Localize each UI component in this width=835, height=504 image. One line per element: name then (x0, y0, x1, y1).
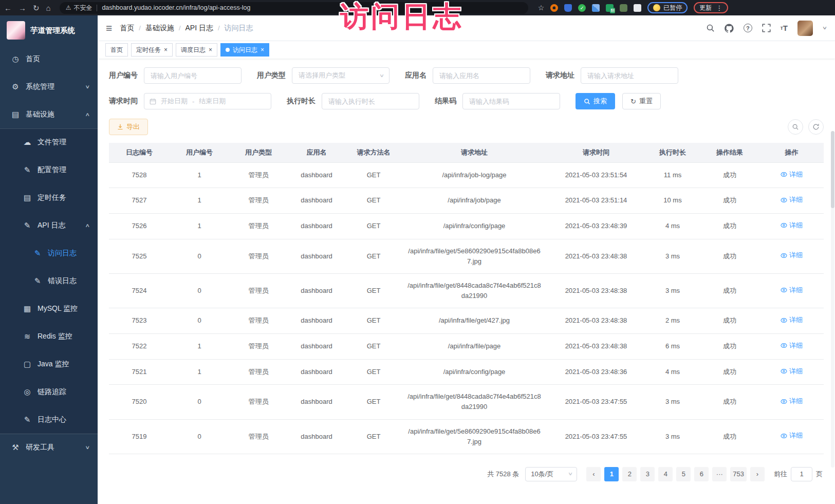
sidebar-logo[interactable]: 芋道管理系统 (0, 15, 98, 45)
sidebar-item-mysql[interactable]: ▦MySQL 监控 (0, 295, 98, 323)
browser-forward-icon[interactable]: → (18, 4, 26, 12)
detail-link[interactable]: 详细 (781, 220, 803, 231)
export-button[interactable]: 导出 (109, 119, 148, 135)
duration-input[interactable] (322, 93, 419, 109)
fullscreen-icon[interactable] (762, 24, 771, 32)
extension-shield-icon[interactable] (564, 4, 572, 12)
sidebar-item-trace[interactable]: ◎链路追踪 (0, 378, 98, 406)
search-button[interactable]: 搜索 (576, 93, 615, 109)
detail-link[interactable]: 详细 (781, 315, 803, 325)
extension-leaf-icon[interactable] (620, 4, 627, 12)
close-tab-icon[interactable]: × (164, 47, 168, 53)
goto-page-input[interactable] (791, 467, 812, 481)
collapse-sidebar-icon[interactable]: ≡ (106, 22, 112, 34)
sidebar-item-redis[interactable]: ≋Redis 监控 (0, 323, 98, 350)
sidebar-item-devtools[interactable]: ⚒研发工具∨ (0, 434, 98, 461)
detail-link[interactable]: 详细 (781, 366, 803, 377)
scrollbar-thumb[interactable] (831, 131, 834, 208)
detail-link[interactable]: 详细 (781, 170, 803, 180)
scrollbar-track[interactable] (831, 131, 834, 468)
close-tab-icon[interactable]: × (209, 47, 212, 53)
tab-label: 调度日志 (181, 46, 206, 54)
next-page-button[interactable]: › (750, 467, 765, 481)
chevron-down-icon[interactable]: ∨ (822, 26, 827, 31)
sidebar-item-label: Redis 监控 (38, 332, 72, 341)
cell-id: 7523 (109, 308, 170, 334)
result-code-input[interactable] (462, 93, 560, 109)
breadcrumb-item[interactable]: 基础设施 (145, 24, 174, 33)
extension-translate-icon[interactable]: 翻 (606, 4, 614, 12)
browser-menu-icon[interactable]: ⋮ (716, 4, 722, 12)
cell-actions: 详细 (759, 419, 824, 454)
page-button-2[interactable]: 2 (622, 467, 637, 481)
date-range-picker[interactable]: 开始日期 - 结束日期 (144, 93, 271, 109)
refresh-table-button[interactable] (808, 119, 824, 135)
detail-link[interactable]: 详细 (781, 341, 803, 351)
sidebar-item-config[interactable]: ✎配置管理 (0, 156, 98, 184)
help-icon[interactable]: ? (744, 24, 752, 32)
tab-定时任务[interactable]: 定时任务× (131, 43, 173, 57)
cell-user-id: 0 (170, 273, 229, 308)
page-button-4[interactable]: 4 (658, 467, 673, 481)
browser-reload-icon[interactable]: ↻ (33, 4, 40, 12)
sidebar-item-error-log[interactable]: ✎错误日志 (0, 267, 98, 295)
detail-link-label: 详细 (789, 366, 803, 377)
extensions-puzzle-icon[interactable] (634, 4, 641, 12)
font-size-icon[interactable]: тT (781, 24, 788, 32)
page-button-6[interactable]: 6 (694, 467, 709, 481)
reset-button[interactable]: ↻ 重置 (622, 93, 661, 109)
sidebar-item-file[interactable]: ☁文件管理 (0, 128, 98, 156)
sidebar-menu: ◷首页⚙系统管理∨▤基础设施∧☁文件管理✎配置管理▤定时任务✎API 日志∧✎访… (0, 45, 98, 461)
toggle-search-button[interactable] (788, 119, 803, 135)
extension-orange-icon[interactable] (550, 4, 558, 12)
breadcrumb-separator: / (179, 24, 181, 32)
github-icon[interactable] (725, 24, 734, 33)
request-url-input[interactable] (581, 67, 678, 84)
page-button-1[interactable]: 1 (604, 467, 619, 481)
profile-paused-pill[interactable]: 已暂停 (647, 2, 688, 13)
user-type-select[interactable]: 请选择用户类型 ∨ (292, 67, 389, 84)
cell-url: /api/infra/file/get/8448cada8c7f4e4ab6f5… (402, 385, 547, 419)
detail-link[interactable]: 详细 (781, 396, 803, 406)
browser-update-button[interactable]: 更新 ⋮ (694, 2, 728, 13)
detail-link[interactable]: 详细 (781, 195, 803, 205)
detail-link-label: 详细 (789, 220, 803, 231)
user-avatar[interactable] (797, 21, 813, 36)
tab-首页[interactable]: 首页 (105, 43, 128, 57)
detail-link[interactable]: 详细 (781, 250, 803, 260)
bookmark-star-icon[interactable]: ☆ (538, 4, 545, 12)
browser-back-icon[interactable]: ← (4, 4, 12, 12)
page-size-select[interactable]: 10条/页 ∨ (525, 467, 577, 481)
tab-调度日志[interactable]: 调度日志× (176, 43, 217, 57)
page-button-3[interactable]: 3 (640, 467, 655, 481)
close-tab-icon[interactable]: × (261, 47, 264, 53)
app-name-input[interactable] (433, 67, 530, 84)
sidebar-item-access-log[interactable]: ✎访问日志 (0, 239, 98, 267)
pager-ellipsis[interactable]: ··· (712, 467, 727, 481)
page-button-753[interactable]: 753 (730, 467, 747, 481)
address-bar[interactable]: ⚠ 不安全 dashboard.yudao.iocoder.cn/infra/l… (60, 2, 528, 14)
sidebar-item-job[interactable]: ▤定时任务 (0, 184, 98, 212)
prev-page-button[interactable]: ‹ (586, 467, 601, 481)
detail-link[interactable]: 详细 (781, 285, 803, 295)
sidebar-item-infra[interactable]: ▤基础设施∧ (0, 101, 98, 128)
paused-badge-label: 已暂停 (663, 4, 682, 12)
breadcrumb-item[interactable]: API 日志 (185, 24, 213, 33)
tab-访问日志[interactable]: 访问日志× (220, 43, 269, 57)
sidebar-item-java[interactable]: ▢Java 监控 (0, 350, 98, 378)
browser-home-icon[interactable]: ⌂ (46, 4, 51, 12)
sidebar-item-home[interactable]: ◷首页 (0, 45, 98, 73)
extension-grid-icon[interactable] (592, 4, 600, 12)
user-id-input[interactable] (144, 67, 242, 84)
sidebar-item-api-log[interactable]: ✎API 日志∧ (0, 212, 98, 239)
search-icon[interactable] (706, 24, 715, 32)
security-chip[interactable]: ⚠ 不安全 (66, 4, 92, 12)
breadcrumb-item[interactable]: 首页 (120, 24, 134, 33)
warning-icon: ⚠ (66, 4, 71, 11)
extension-check-icon[interactable] (578, 4, 586, 12)
detail-link[interactable]: 详细 (781, 431, 803, 441)
sidebar-item-system[interactable]: ⚙系统管理∨ (0, 73, 98, 101)
page-button-5[interactable]: 5 (676, 467, 691, 481)
sidebar-item-log-center[interactable]: ✎日志中心 (0, 406, 98, 434)
cell-actions: 详细 (759, 333, 824, 359)
